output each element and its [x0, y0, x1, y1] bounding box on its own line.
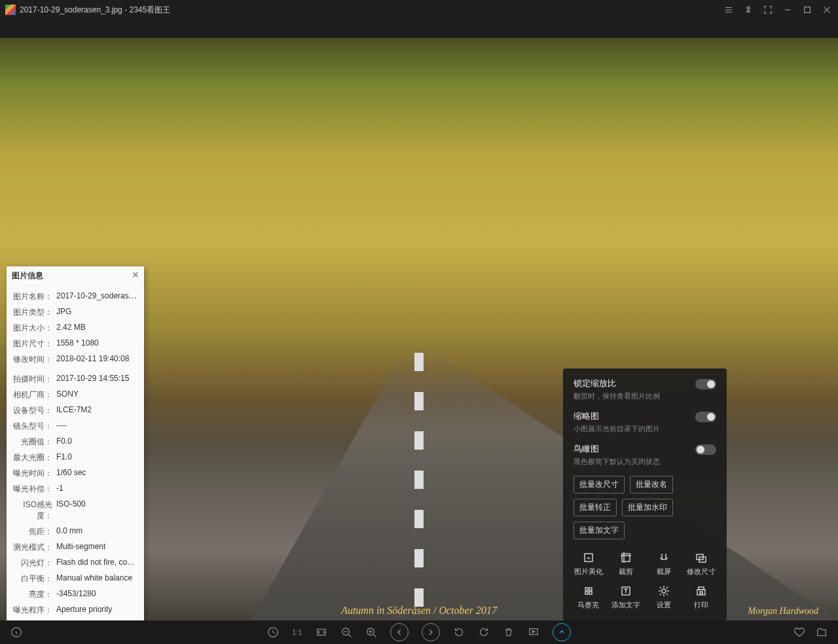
info-row: ISO感光度：ISO-500: [7, 497, 144, 524]
tool-1[interactable]: 裁剪: [611, 548, 642, 579]
info-row: 测光模式：Multi-segment: [7, 539, 144, 555]
info-value: Flash did not fire, compul...: [52, 558, 139, 569]
svg-rect-0: [805, 7, 811, 13]
svg-rect-2: [622, 554, 630, 562]
info-value: ----: [52, 421, 67, 432]
info-label: 最大光圈：: [12, 452, 52, 463]
info-row: 相机厂商：SONY: [7, 387, 144, 402]
info-row: 拍摄时间：2017-10-29 14:55:15: [7, 371, 144, 387]
actual-size-button[interactable]: 1:1: [292, 628, 302, 636]
batch-button[interactable]: 批量加文字: [574, 522, 625, 539]
info-label: 修改时间：: [12, 354, 52, 365]
info-row: 修改时间：2018-02-11 19:40:08: [7, 351, 144, 367]
tool-icon: [657, 551, 670, 564]
image-author: Morgan Hardwood: [748, 606, 818, 617]
fit-screen-icon[interactable]: [316, 626, 327, 638]
zoom-out-icon[interactable]: [340, 626, 352, 638]
toggle-switch[interactable]: [695, 444, 716, 455]
info-label: 曝光程序：: [12, 605, 52, 616]
info-value: -3453/1280: [52, 589, 96, 600]
tool-icon: [657, 584, 670, 598]
info-value: F0.0: [52, 437, 72, 448]
toggle-row: 锁定缩放比翻页时，保持查看图片比例: [574, 378, 716, 401]
minimize-icon[interactable]: [782, 4, 793, 16]
info-label: 曝光时间：: [12, 468, 52, 479]
info-row: 亮度：-3453/1280: [7, 586, 144, 602]
toggle-switch[interactable]: [695, 379, 716, 389]
info-label: 亮度：: [12, 589, 52, 600]
toggle-subtitle: 翻页时，保持查看图片比例: [574, 391, 660, 401]
rotate-right-icon[interactable]: [478, 626, 490, 638]
info-value: SONY: [52, 389, 79, 401]
info-row: 图片大小：2.42 MB: [7, 320, 144, 336]
info-value: JPG: [52, 307, 71, 318]
tool-label: 图片美化: [574, 567, 603, 577]
svg-point-10: [662, 589, 666, 593]
tool-0[interactable]: 图片美化: [574, 548, 604, 579]
batch-button[interactable]: 批量转正: [574, 499, 617, 516]
toggle-row: 缩略图小图展示当前目录下的图片: [574, 410, 716, 434]
info-label: 曝光补偿：: [12, 484, 52, 495]
tool-6[interactable]: 设置: [649, 582, 679, 613]
tool-3[interactable]: 修改尺寸: [687, 548, 717, 579]
info-row: 焦距：0.0 mm: [7, 524, 144, 539]
delete-icon[interactable]: [503, 626, 515, 638]
next-button[interactable]: [422, 623, 440, 641]
pin-icon[interactable]: [742, 4, 754, 16]
maximize-icon[interactable]: [801, 4, 813, 16]
rotate-left-icon[interactable]: [453, 626, 465, 638]
info-value: ILCE-7M2: [52, 405, 92, 416]
info-value: 2017-10-29_soderasen_3: [52, 291, 139, 302]
svg-rect-8: [589, 592, 592, 594]
info-value: 0.0 mm: [52, 526, 82, 537]
info-label: 图片尺寸：: [12, 338, 52, 349]
svg-rect-12: [699, 587, 704, 590]
titlebar: 2017-10-29_soderasen_3.jpg - 2345看图王: [0, 0, 838, 20]
tool-5[interactable]: 添加文字: [611, 582, 642, 613]
prev-button[interactable]: [390, 623, 409, 641]
tool-label: 截屏: [657, 567, 671, 577]
zoom-in-icon[interactable]: [365, 626, 377, 638]
tool-label: 马赛克: [577, 600, 599, 610]
close-icon[interactable]: [821, 4, 833, 16]
info-label: 焦距：: [12, 526, 52, 537]
favorite-icon[interactable]: [793, 626, 805, 638]
info-icon[interactable]: [10, 626, 22, 638]
tool-4[interactable]: 马赛克: [574, 582, 604, 613]
tool-7[interactable]: 打印: [687, 582, 717, 613]
batch-button[interactable]: 批量改尺寸: [574, 476, 625, 493]
tool-label: 裁剪: [619, 567, 633, 577]
close-icon[interactable]: ✕: [132, 270, 139, 281]
batch-button[interactable]: 批量改名: [630, 476, 673, 493]
info-value: F1.0: [52, 452, 72, 463]
tool-2[interactable]: 截屏: [649, 548, 679, 579]
info-row: 图片尺寸：1558 * 1080: [7, 336, 144, 351]
info-value: ISO-500: [52, 499, 86, 522]
tool-icon: [582, 551, 595, 564]
info-label: 白平衡：: [12, 573, 52, 584]
fullscreen-icon[interactable]: [762, 4, 774, 16]
menu-icon[interactable]: [723, 4, 735, 16]
toggle-switch[interactable]: [695, 412, 716, 422]
info-row: 光圈值：F0.0: [7, 434, 144, 450]
info-label: 图片大小：: [12, 323, 52, 334]
tool-icon: [619, 551, 632, 564]
folder-icon[interactable]: [816, 626, 828, 638]
tool-label: 修改尺寸: [687, 567, 716, 577]
info-label: 测光模式：: [12, 542, 52, 553]
info-label: 相机厂商：: [12, 389, 52, 401]
svg-rect-7: [585, 592, 588, 594]
batch-button[interactable]: 批量加水印: [622, 499, 673, 516]
toggle-title: 锁定缩放比: [574, 378, 660, 389]
tool-icon: [695, 584, 708, 598]
toggle-row: 鸟瞰图黑色极简下默认为关闭状态: [574, 443, 716, 467]
info-row: 曝光时间：1/60 sec: [7, 465, 144, 481]
toggle-subtitle: 黑色极简下默认为关闭状态: [574, 457, 660, 467]
tool-icon: [582, 584, 595, 598]
more-settings-button[interactable]: [553, 623, 571, 641]
slideshow-icon[interactable]: [528, 626, 539, 638]
image-caption: Autumn in Söderåsen / October 2017: [341, 605, 497, 617]
toggle-title: 鸟瞰图: [574, 443, 660, 455]
info-row: 白平衡：Manual white balance: [7, 571, 144, 586]
clock-icon[interactable]: [267, 626, 279, 638]
